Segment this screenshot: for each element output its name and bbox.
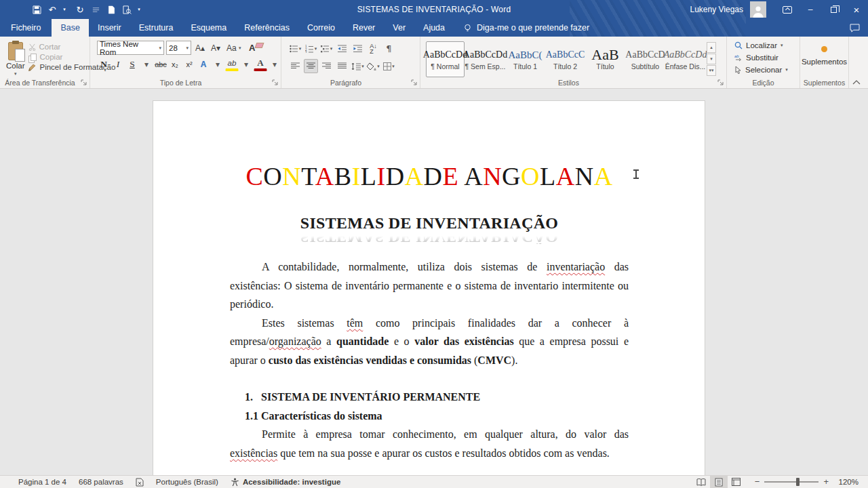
title-letter: B — [334, 162, 352, 190]
style-card--normal[interactable]: AaBbCcDd¶ Normal — [426, 41, 465, 77]
tab-base[interactable]: Base — [52, 19, 89, 37]
highlight-dropdown-icon[interactable]: ▾ — [239, 57, 253, 71]
zoom-percentage[interactable]: 120% — [835, 478, 859, 486]
word-count-status[interactable]: 668 palavras — [73, 478, 130, 486]
accessibility-status[interactable]: Acessibilidade: investigue — [224, 478, 347, 487]
increase-indent-button[interactable] — [351, 41, 365, 56]
bold-button[interactable]: N — [97, 57, 111, 71]
font-name-dropdown-icon[interactable]: ▾ — [157, 45, 161, 51]
underline-dropdown-icon[interactable]: ▾ — [140, 57, 153, 71]
styles-scroll-up-icon[interactable]: ▴ — [707, 42, 716, 53]
highlight-button[interactable]: ab — [225, 57, 239, 71]
style-card--sem-esp-[interactable]: AaBbCcDd¶ Sem Esp... — [466, 41, 505, 77]
styles-more-icon[interactable]: ▾▾ — [707, 65, 716, 76]
style-card-ênfase-dis-[interactable]: AaBbCcDdÊnfase Dis... — [666, 41, 705, 77]
tab-correio[interactable]: Correio — [298, 19, 344, 37]
dialog-launcher-icon[interactable] — [272, 79, 279, 86]
zoom-out-icon[interactable]: − — [755, 479, 760, 485]
font-name-combo[interactable]: Times New Rom ▾ — [97, 41, 164, 55]
italic-button[interactable]: I — [111, 57, 125, 71]
account-user-name[interactable]: Lukeny Viegas — [690, 5, 743, 14]
clear-formatting-button[interactable]: A — [245, 41, 259, 55]
minimize-button[interactable]: – — [799, 0, 822, 19]
web-layout-view-icon[interactable] — [728, 476, 745, 488]
language-status[interactable]: Português (Brasil) — [150, 478, 224, 486]
tab-ficheiro[interactable]: Ficheiro — [0, 19, 52, 37]
decrease-indent-button[interactable] — [335, 41, 349, 56]
underline-button[interactable]: S — [125, 57, 139, 71]
read-mode-view-icon[interactable] — [692, 476, 710, 488]
style-card-título-1[interactable]: AaBbC(Título 1 — [506, 41, 545, 77]
proofing-status-icon[interactable] — [130, 478, 150, 487]
tab-esquema[interactable]: Esquema — [182, 19, 235, 37]
font-size-combo[interactable]: 28 ▾ — [166, 41, 191, 55]
document-heading: SISTEMAS DE INVENTARIAÇÃO — [230, 212, 629, 235]
addins-button[interactable]: Suplementos — [802, 58, 847, 66]
document-page[interactable]: CONTABILIDADE ANGOLANA SISTEMAS DE INVEN… — [153, 100, 705, 475]
style-card-título[interactable]: AaBTítulo — [586, 41, 625, 77]
styles-scroll-down-icon[interactable]: ▾ — [707, 54, 716, 64]
redo-icon[interactable]: ↻ — [75, 4, 85, 15]
change-case-button[interactable]: Aa ▾ — [224, 41, 243, 55]
restore-button[interactable] — [822, 0, 845, 19]
undo-dropdown-icon[interactable]: ▾ — [59, 4, 70, 15]
shading-button[interactable]: ▾ — [366, 59, 380, 73]
avatar[interactable] — [750, 1, 766, 18]
tab-ver[interactable]: Ver — [384, 19, 414, 37]
save-icon[interactable] — [31, 4, 42, 15]
dialog-launcher-icon[interactable] — [411, 79, 418, 86]
paste-dropdown-icon[interactable]: ▾ — [14, 71, 17, 77]
style-card-título-2[interactable]: AaBbCcCTítulo 2 — [546, 41, 585, 77]
align-right-button[interactable] — [319, 59, 334, 73]
font-color-dropdown-icon[interactable]: ▾ — [268, 57, 281, 71]
tell-me-search[interactable]: Diga-me o que pretende fazer — [463, 19, 589, 37]
dialog-launcher-icon[interactable] — [81, 79, 87, 86]
align-center-button[interactable] — [304, 59, 318, 73]
multilevel-list-button[interactable]: ▾ — [319, 41, 334, 56]
grow-font-button[interactable]: A▴ — [193, 41, 207, 55]
shrink-font-button[interactable]: A▾ — [209, 41, 222, 55]
font-color-button[interactable]: A — [254, 57, 267, 71]
bullets-button[interactable]: ▾ — [288, 41, 302, 56]
text-effects-button[interactable]: A — [197, 57, 210, 71]
superscript-button[interactable]: x² — [182, 57, 196, 71]
svg-text:3: 3 — [305, 50, 307, 53]
new-document-icon[interactable] — [106, 4, 117, 15]
touch-mode-icon[interactable] — [90, 4, 101, 15]
dialog-launcher-icon[interactable] — [717, 79, 724, 86]
zoom-slider-handle[interactable] — [796, 478, 800, 486]
paste-button[interactable]: Colar ▾ — [5, 39, 25, 77]
font-size-dropdown-icon[interactable]: ▾ — [184, 45, 189, 51]
print-preview-icon[interactable] — [121, 4, 132, 15]
show-formatting-button[interactable]: ¶ — [382, 41, 396, 56]
tab-ajuda[interactable]: Ajuda — [414, 19, 454, 37]
strikethrough-button[interactable]: abc — [154, 57, 167, 71]
line-spacing-button[interactable]: ▾ — [351, 59, 365, 73]
style-card-subtítulo[interactable]: AaBbCcDSubtítulo — [626, 41, 665, 77]
tab-referencias[interactable]: Referências — [235, 19, 298, 37]
find-button[interactable]: Localizar▾ — [732, 39, 797, 52]
tab-rever[interactable]: Rever — [344, 19, 384, 37]
zoom-slider[interactable] — [764, 481, 818, 483]
addin-icon[interactable] — [821, 46, 827, 52]
collapse-ribbon-icon[interactable] — [852, 79, 861, 85]
justify-button[interactable] — [335, 59, 349, 73]
sort-button[interactable]: A↓Z — [366, 41, 380, 56]
subscript-button[interactable]: x₂ — [168, 57, 182, 71]
borders-button[interactable]: ▾ — [382, 59, 396, 73]
text-effects-dropdown-icon[interactable]: ▾ — [211, 57, 224, 71]
zoom-in-icon[interactable]: + — [823, 479, 829, 485]
tab-estrutura[interactable]: Estrutura — [130, 19, 182, 37]
numbering-button[interactable]: 123 ▾ — [304, 41, 318, 56]
tab-inserir[interactable]: Inserir — [89, 19, 130, 37]
select-button[interactable]: Selecionar▾ — [732, 64, 797, 76]
undo-icon[interactable]: ↶ — [47, 4, 58, 15]
page-count-status[interactable]: Página 1 de 4 — [12, 478, 73, 486]
customize-qat-icon[interactable]: ▾ — [134, 4, 144, 15]
align-left-button[interactable] — [288, 59, 302, 73]
close-button[interactable]: × — [845, 0, 868, 19]
replace-button[interactable]: ab Substituir — [732, 52, 797, 64]
ribbon-display-options-icon[interactable] — [776, 0, 799, 19]
comments-icon[interactable] — [850, 19, 860, 37]
print-layout-view-icon[interactable] — [710, 476, 728, 488]
